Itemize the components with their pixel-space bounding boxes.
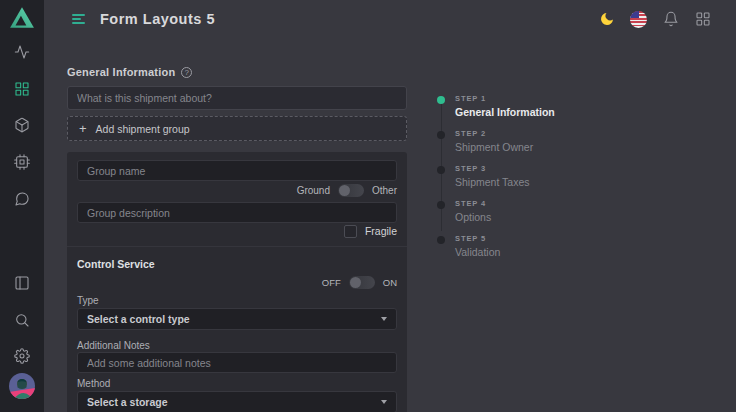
fragile-row: Fragile	[344, 224, 397, 238]
menu-toggle-icon[interactable]	[72, 14, 85, 24]
group-name-field-wrap	[77, 160, 397, 181]
step-dot	[437, 166, 445, 174]
add-shipment-group-button[interactable]: + Add shipment group	[67, 116, 407, 141]
sidebar-item-search[interactable]	[0, 312, 44, 328]
section-header: General Information ?	[67, 66, 192, 78]
sidebar-item-activity[interactable]	[0, 44, 44, 60]
card-divider	[67, 246, 407, 247]
app-logo[interactable]	[9, 5, 35, 31]
sidebar-item-package[interactable]	[0, 117, 44, 133]
notes-label: Additional Notes	[77, 340, 150, 351]
method-label: Method	[77, 378, 110, 389]
step-title: Shipment Owner	[455, 141, 647, 153]
step-title: Options	[455, 211, 647, 223]
activity-icon	[14, 44, 30, 60]
step-dot	[437, 96, 445, 104]
step-dot	[437, 131, 445, 139]
stepper-step-2[interactable]: STEP 2 Shipment Owner	[437, 129, 647, 153]
add-shipment-group-label: Add shipment group	[96, 123, 190, 135]
plus-icon: +	[79, 122, 87, 135]
sidebar-item-messages[interactable]	[0, 191, 44, 207]
off-on-toggle-row: OFF ON	[322, 275, 397, 289]
help-icon[interactable]: ?	[181, 67, 192, 78]
sidebar-item-panel[interactable]	[0, 275, 44, 291]
step-label: STEP 2	[455, 129, 647, 138]
step-dot	[437, 236, 445, 244]
bell-icon[interactable]	[662, 11, 679, 28]
step-label: STEP 1	[455, 94, 647, 103]
stepper-step-5[interactable]: STEP 5 Validation	[437, 234, 647, 258]
step-title: General Information	[455, 106, 647, 118]
stepper-step-4[interactable]: STEP 4 Options	[437, 199, 647, 223]
grid-icon	[14, 81, 30, 97]
storage-value: Select a storage	[87, 396, 168, 408]
group-description-field-wrap	[77, 202, 397, 223]
ground-other-toggle-row: Ground Other	[297, 183, 397, 197]
settings-icon	[14, 348, 30, 364]
storage-select[interactable]: Select a storage	[77, 391, 397, 412]
on-label: ON	[383, 277, 397, 288]
sidebar-item-layouts[interactable]	[0, 81, 44, 97]
stepper-step-3[interactable]: STEP 3 Shipment Taxes	[437, 164, 647, 188]
sidebar	[0, 0, 44, 412]
toggle-knob	[339, 185, 350, 196]
section-title: General Information	[67, 66, 175, 78]
off-on-toggle[interactable]	[349, 276, 375, 289]
notes-input[interactable]	[78, 354, 396, 373]
control-type-value: Select a control type	[87, 313, 190, 325]
step-title: Shipment Taxes	[455, 176, 647, 188]
user-avatar[interactable]	[9, 373, 35, 399]
fragile-label: Fragile	[365, 225, 397, 237]
cpu-icon	[14, 154, 30, 170]
us-flag-icon[interactable]	[630, 11, 647, 28]
form-stepper: STEP 1 General Information STEP 2 Shipme…	[437, 94, 647, 269]
search-icon	[14, 312, 30, 328]
step-label: STEP 4	[455, 199, 647, 208]
step-title: Validation	[455, 246, 647, 258]
toggle-knob	[350, 277, 361, 288]
control-service-title: Control Service	[77, 258, 155, 270]
avatar-illustration	[9, 373, 35, 399]
chat-icon	[14, 191, 30, 207]
sidebar-item-components[interactable]	[0, 154, 44, 170]
notes-field-wrap	[77, 352, 397, 373]
fragile-checkbox[interactable]	[344, 225, 357, 238]
shipment-about-field-wrap	[67, 86, 407, 110]
chevron-down-icon	[381, 317, 387, 321]
package-icon	[14, 117, 30, 133]
sidebar-layout-icon	[14, 275, 30, 291]
top-header: Form Layouts 5	[44, 0, 736, 38]
group-description-input[interactable]	[78, 204, 396, 223]
toggle-left-label: Ground	[297, 185, 330, 196]
ground-other-toggle[interactable]	[338, 184, 364, 197]
chevron-down-icon	[381, 400, 387, 404]
apps-grid-icon[interactable]	[694, 11, 711, 28]
shipment-about-input[interactable]	[68, 87, 406, 109]
sidebar-item-settings[interactable]	[0, 348, 44, 364]
moon-icon[interactable]	[598, 11, 615, 28]
group-name-input[interactable]	[78, 162, 396, 181]
page-title: Form Layouts 5	[100, 11, 215, 27]
triangle-logo-icon	[9, 5, 35, 31]
stepper-step-1[interactable]: STEP 1 General Information	[437, 94, 647, 118]
shipment-group-card: Ground Other Fragile Control Service OFF…	[67, 152, 407, 412]
step-label: STEP 3	[455, 164, 647, 173]
toggle-right-label: Other	[372, 185, 397, 196]
header-actions	[598, 11, 711, 28]
type-label: Type	[77, 295, 99, 306]
step-label: STEP 5	[455, 234, 647, 243]
off-label: OFF	[322, 277, 341, 288]
step-dot	[437, 201, 445, 209]
control-type-select[interactable]: Select a control type	[77, 308, 397, 330]
